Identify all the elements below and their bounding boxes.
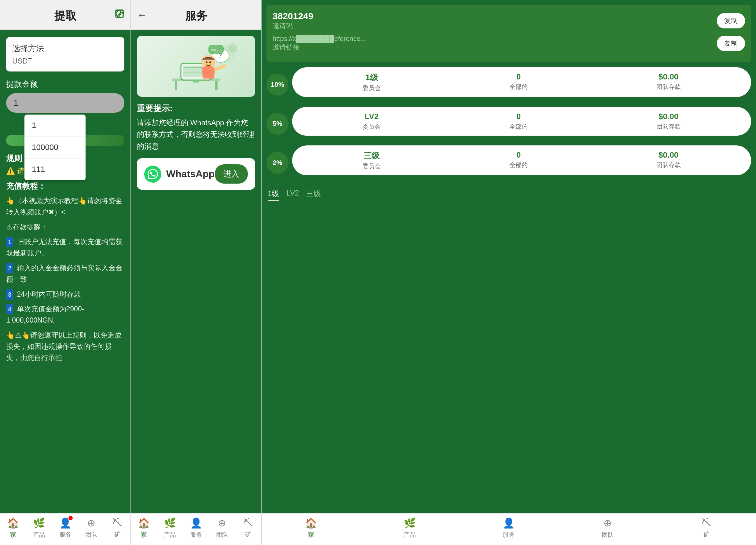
whatsapp-logo <box>144 166 161 183</box>
team-col-count-2: 0 全部的 <box>509 112 528 131</box>
percent-circle-2: 5% <box>266 113 288 135</box>
dropdown-item-3[interactable]: 111 <box>24 159 86 180</box>
ref-link-row: https://x████████eference... 邀请链接 复制 <box>273 35 745 52</box>
svg-point-17 <box>206 61 207 63</box>
team-card-3[interactable]: 三级 委员会 0 全部的 $0.00 团队存款 <box>292 145 751 175</box>
service-icon-2: 👤 <box>190 517 202 529</box>
referral-link: https://x████████eference... <box>273 35 366 43</box>
copy-code-button[interactable]: 复制 <box>717 13 745 28</box>
nav-product-1[interactable]: 🌿 产品 <box>26 517 52 539</box>
charge-title: 充值教程： <box>6 181 124 192</box>
whatsapp-label: WhatsApp <box>166 168 215 180</box>
copy-link-button[interactable]: 复制 <box>717 36 745 51</box>
rule-item-2: ⚠存款提醒： <box>6 221 124 233</box>
service-icon-1: 👤 <box>59 517 72 529</box>
team-col-count-3: 0 全部的 <box>509 150 528 170</box>
nav-team-1[interactable]: ⊕ 团队 <box>78 517 104 539</box>
important-tip: 重要提示: 请添加您经理的 WhatsApp 作为您的联系方式，否则您将无法收到… <box>137 103 255 152</box>
service-title: 服务 <box>185 9 207 24</box>
referral-code-label: 邀请码 <box>273 21 313 31</box>
svg-text:chat: chat <box>211 48 217 52</box>
withdrawal-content: 选择方法 USDT 提款金额 1 1 100000 111 规则 ⚠️ 请不要使… <box>0 30 130 513</box>
product-icon-1: 🌿 <box>33 517 45 529</box>
nav-team-2[interactable]: ⊕ 团队 <box>209 517 235 539</box>
product-icon-3: 🌿 <box>404 517 416 529</box>
back-button[interactable]: ← <box>137 9 147 20</box>
rules-section: 规则 ⚠️ 请不要使 充值教程： 👆（本视频为演示教程👆请勿将资金转入视频账户✖… <box>6 153 124 363</box>
nav-service-1[interactable]: 👤 服务 <box>52 517 78 539</box>
tip-title: 重要提示: <box>137 103 255 114</box>
team-col-level-1: 1级 委员会 <box>362 72 381 92</box>
withdrawal-panel: 提取 选择方法 USDT 提款金额 1 1 100000 111 <box>0 0 131 545</box>
select-method-value: USDT <box>12 57 118 65</box>
tab-lv2[interactable]: LV2 <box>286 189 299 201</box>
team-col-count-1: 0 全部的 <box>509 72 528 92</box>
home-icon-3: 🏠 <box>305 517 317 529</box>
team-icon-3: ⊕ <box>604 517 612 529</box>
team-info-1: 1级 委员会 0 全部的 $0.00 团队存款 <box>298 72 745 92</box>
nav-mine-2[interactable]: ⛏ 矿 <box>235 517 261 539</box>
percent-circle-1: 10% <box>266 74 288 96</box>
nav-team-3[interactable]: ⊕ 团队 <box>558 517 657 539</box>
panel1-bottom-nav: 🏠 家 🌿 产品 👤 服务 ⊕ 团队 ⛏ 矿 <box>0 513 130 545</box>
team-col-amount-2: $0.00 团队存款 <box>656 112 681 131</box>
referral-code: 38201249 <box>273 11 313 21</box>
mine-icon-1: ⛏ <box>112 517 122 529</box>
tip-text: 请添加您经理的 WhatsApp 作为您的联系方式，否则您将无法收到经理的消息 <box>137 117 255 152</box>
panel2-bottom-nav: 🏠 家 🌿 产品 👤 服务 ⊕ 团队 ⛏ 矿 <box>131 513 261 545</box>
enter-button[interactable]: 进入 <box>215 164 248 184</box>
mine-icon-2: ⛏ <box>243 517 253 529</box>
export-icon[interactable] <box>115 9 124 21</box>
rule-item-5: 3 24小时内可随时存款 <box>6 289 124 300</box>
svg-point-18 <box>209 61 211 63</box>
withdrawal-header: 提取 <box>0 0 130 30</box>
team-info-2: LV2 委员会 0 全部的 $0.00 团队存款 <box>298 112 745 131</box>
warning-icon: ⚠️ <box>6 167 15 175</box>
percent-circle-3: 2% <box>266 152 288 174</box>
withdrawal-title: 提取 <box>54 9 76 24</box>
amount-input-display[interactable]: 1 <box>6 93 124 113</box>
svg-rect-9 <box>215 81 218 90</box>
nav-home-1[interactable]: 🏠 家 <box>0 517 26 539</box>
team-col-amount-1: $0.00 团队存款 <box>656 72 681 92</box>
dropdown-item-1[interactable]: 1 <box>24 115 86 137</box>
rule-item-7: 👆⚠👆请您遵守以上规则，以免造成损失，如因违规操作导致的任何损失，由您自行承担 <box>6 330 124 363</box>
service-header: ← 服务 <box>131 0 261 30</box>
tab-level3[interactable]: 三级 <box>306 189 321 201</box>
referral-code-card: 38201249 邀请码 复制 https://x████████eferenc… <box>266 5 751 62</box>
referral-content: 38201249 邀请码 复制 https://x████████eferenc… <box>262 0 756 513</box>
service-icon-3: 👤 <box>503 517 515 529</box>
nav-product-2[interactable]: 🌿 产品 <box>157 517 183 539</box>
team-card-2[interactable]: LV2 委员会 0 全部的 $0.00 团队存款 <box>292 107 751 136</box>
svg-rect-8 <box>175 81 177 90</box>
nav-service-3[interactable]: 👤 服务 <box>459 517 558 539</box>
mine-icon-3: ⛏ <box>702 517 711 529</box>
select-method-box[interactable]: 选择方法 USDT <box>6 37 124 71</box>
nav-service-2[interactable]: 👤 服务 <box>183 517 209 539</box>
team-col-level-2: LV2 委员会 <box>362 112 381 131</box>
tab-level1[interactable]: 1级 <box>268 189 279 201</box>
amount-dropdown[interactable]: 1 100000 111 <box>24 115 86 180</box>
dropdown-item-2[interactable]: 100000 <box>24 137 86 159</box>
nav-home-3[interactable]: 🏠 家 <box>262 517 361 539</box>
rule-item-4: 2 输入的入金金额必须与实际入金金额一致 <box>6 262 124 285</box>
referral-panel: 38201249 邀请码 复制 https://x████████eferenc… <box>262 0 756 545</box>
service-panel: ← 服务 ? chat <box>131 0 262 545</box>
home-icon-1: 🏠 <box>7 517 19 529</box>
nav-mine-1[interactable]: ⛏ 矿 <box>105 517 130 539</box>
select-method-label: 选择方法 <box>12 43 118 54</box>
nav-mine-3[interactable]: ⛏ 矿 <box>657 517 756 539</box>
team-card-1[interactable]: 1级 委员会 0 全部的 $0.00 团队存款 <box>292 67 751 97</box>
amount-label: 提款金额 <box>6 79 124 90</box>
whatsapp-left: WhatsApp <box>144 166 215 183</box>
team-tabs: 1级 LV2 三级 <box>266 185 751 205</box>
svg-rect-11 <box>193 80 199 82</box>
nav-product-3[interactable]: 🌿 产品 <box>361 517 460 539</box>
team-row-2: 5% LV2 委员会 0 全部的 $0.00 团队存款 <box>266 107 751 141</box>
ref-code-group: 38201249 邀请码 <box>273 11 313 31</box>
ref-code-row: 38201249 邀请码 复制 <box>273 11 745 31</box>
service-content: ? chat <box>131 30 261 513</box>
nav-home-2[interactable]: 🏠 家 <box>131 517 157 539</box>
product-icon-2: 🌿 <box>164 517 176 529</box>
whatsapp-card[interactable]: WhatsApp 进入 <box>137 158 255 190</box>
